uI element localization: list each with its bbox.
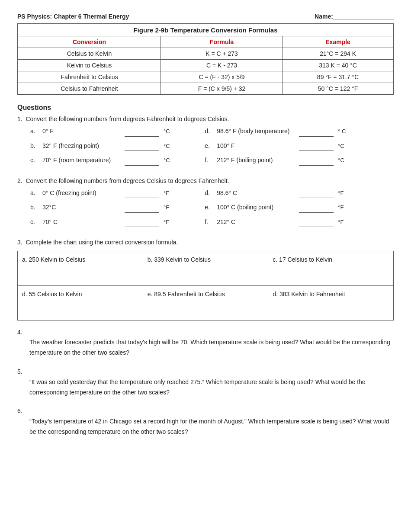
q2-b: b. 32°C °F — [30, 202, 205, 212]
table-row-2-col-0: Fahrenheit to Celsius — [18, 71, 161, 83]
q5-number: 5. — [17, 368, 22, 375]
q1-number: 1. — [17, 115, 26, 122]
name-field: Name:__________________ — [315, 13, 394, 20]
table-row-1-col-2: 313 K = 40 °C — [283, 60, 393, 71]
q1-b-unit: °C — [164, 142, 170, 151]
q6-number: 6. — [17, 407, 22, 414]
questions-heading: Questions — [17, 104, 394, 112]
q2-c: c. 70° C °F — [30, 217, 205, 227]
q1-d-label: d. — [205, 126, 214, 136]
table-row-3-col-2: 50 °C = 122 °F — [283, 83, 393, 95]
q2-e-line — [299, 202, 334, 212]
table-title: Figure 2-9b Temperature Conversion Formu… — [18, 24, 393, 36]
q1-c-label: c. — [30, 155, 40, 165]
chart-table: a. 250 Kelvin to Celsiusb. 339 Kelvin to… — [17, 251, 394, 320]
question-1: 1. Convert the following numbers from de… — [17, 114, 394, 170]
q1-right: d. 98.6° F (body temperature) ° C e. 100… — [205, 126, 394, 170]
q1-a-text: 0° F — [42, 126, 120, 136]
q1-e-unit: °C — [338, 142, 344, 151]
table-row-3-col-1: F = (C x 9/5) + 32 — [161, 83, 283, 95]
q2-b-line — [125, 202, 159, 212]
q1-b-label: b. — [30, 141, 40, 151]
questions-section: Questions 1. Convert the following numbe… — [17, 104, 394, 437]
q2-left: a. 0° C (freezing point) °F b. 32°C °F c… — [30, 188, 205, 231]
q1-f-label: f. — [205, 155, 214, 165]
q4-text: The weather forecaster predicts that tod… — [29, 337, 394, 358]
table-row-1-col-0: Kelvin to Celsius — [18, 60, 161, 71]
q1-b: b. 32° F (freezing point) °C — [30, 141, 205, 151]
q2-e-label: e. — [205, 202, 214, 212]
chart-cell-1-2: d. 383 Kelvin to Fahrenheit — [268, 285, 394, 320]
table-row-3-col-0: Celsius to Fahrenheit — [18, 83, 161, 95]
q1-d-unit: ° C — [338, 127, 346, 136]
q1-a-unit: °C — [164, 127, 170, 136]
question-4: 4. The weather forecaster predicts that … — [17, 327, 394, 358]
table-row-0-col-2: 21°C = 294 K — [283, 48, 393, 60]
q5-text: “It was so cold yesterday that the tempe… — [29, 377, 394, 398]
page-title: PS Physics: Chapter 6 Thermal Energy — [17, 13, 129, 20]
q1-e-line — [299, 141, 334, 151]
page-header: PS Physics: Chapter 6 Thermal Energy Nam… — [17, 13, 394, 20]
q2-c-line — [125, 217, 159, 227]
q3-number: 3. — [17, 239, 26, 246]
q2-e-text: 100° C (boiling point) — [217, 202, 295, 212]
q2-c-text: 70° C — [42, 217, 120, 227]
col-header-formula: Formula — [161, 36, 283, 48]
chart-cell-0-1: b. 339 Kelvin to Celsius — [143, 251, 268, 285]
q2-d-label: d. — [205, 188, 214, 198]
q1-b-text: 32° F (freezing point) — [42, 141, 120, 151]
chart-cell-0-0: a. 250 Kelvin to Celsius — [18, 251, 143, 285]
q4-number: 4. — [17, 329, 22, 336]
col-header-conversion: Conversion — [18, 36, 161, 48]
table-row-0-col-1: K = C + 273 — [161, 48, 283, 60]
q1-a-line — [125, 126, 159, 136]
q1-c-text: 70° F (room temperature) — [42, 155, 120, 165]
conversion-table: Figure 2-9b Temperature Conversion Formu… — [17, 23, 394, 95]
q2-f-text: 212° C — [217, 217, 295, 227]
q2-f-unit: °F — [338, 218, 344, 227]
q2-a-unit: °F — [164, 189, 169, 198]
question-6: 6. “Today’s temperature of 42 in Chicago… — [17, 406, 394, 437]
q2-a-label: a. — [30, 188, 40, 198]
table-row-2-col-2: 89 °F = 31.7 °C — [283, 71, 393, 83]
q2-c-label: c. — [30, 217, 40, 227]
q1-left: a. 0° F °C b. 32° F (freezing point) °C … — [30, 126, 205, 170]
q2-d-unit: °F — [338, 189, 344, 198]
chart-cell-1-1: e. 89.5 Fahrenheit to Celsius — [143, 285, 268, 320]
q2-f: f. 212° C °F — [205, 217, 394, 227]
q2-c-unit: °F — [164, 218, 169, 227]
q2-d: d. 98.6° C °F — [205, 188, 394, 198]
q1-e-label: e. — [205, 141, 214, 151]
q2-a-text: 0° C (freezing point) — [42, 188, 120, 198]
q1-d: d. 98.6° F (body temperature) ° C — [205, 126, 394, 136]
question-5: 5. “It was so cold yesterday that the te… — [17, 367, 394, 397]
q1-f-unit: °C — [338, 156, 344, 165]
question-2: 2. Convert the following numbers from de… — [17, 176, 394, 232]
col-header-example: Example — [283, 36, 393, 48]
chart-cell-1-0: d. 55 Celsius to Kelvin — [18, 285, 143, 320]
q3-text: Complete the chart using the correct con… — [26, 239, 178, 246]
q2-b-text: 32°C — [42, 202, 120, 212]
q2-a-line — [125, 188, 159, 198]
q2-text: Convert the following numbers from degre… — [26, 177, 229, 184]
q1-f-line — [299, 155, 334, 165]
q2-b-label: b. — [30, 202, 40, 212]
q1-text: Convert the following numbers from degre… — [26, 115, 229, 122]
table-row-0-col-0: Celsius to Kelvin — [18, 48, 161, 60]
q1-a: a. 0° F °C — [30, 126, 205, 136]
q1-a-label: a. — [30, 126, 40, 136]
q1-d-text: 98.6° F (body temperature) — [217, 126, 295, 136]
table-row-2-col-1: C = (F - 32) x 5/9 — [161, 71, 283, 83]
table-row-1-col-1: C = K - 273 — [161, 60, 283, 71]
q1-c: c. 70° F (room temperature) °C — [30, 155, 205, 165]
q2-right: d. 98.6° C °F e. 100° C (boiling point) … — [205, 188, 394, 231]
q1-f: f. 212° F (boiling point) °C — [205, 155, 394, 165]
question-3: 3. Complete the chart using the correct … — [17, 237, 394, 320]
q1-e-text: 100° F — [217, 141, 295, 151]
q6-text: “Today’s temperature of 42 in Chicago se… — [29, 417, 394, 437]
q2-d-text: 98.6° C — [217, 188, 295, 198]
q2-a: a. 0° C (freezing point) °F — [30, 188, 205, 198]
q2-e-unit: °F — [338, 203, 344, 212]
q1-e: e. 100° F °C — [205, 141, 394, 151]
q1-c-unit: °C — [164, 156, 170, 165]
